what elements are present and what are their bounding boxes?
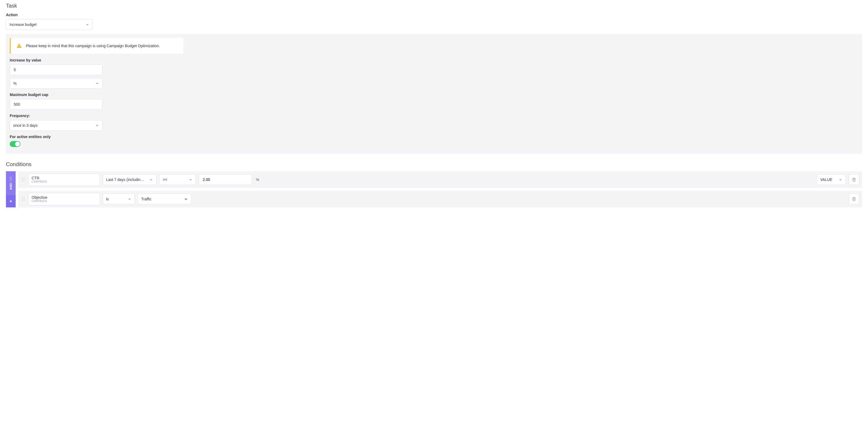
condition-row: Objective CAMPAIGN is Traffic — [18, 191, 862, 207]
trash-icon — [852, 177, 856, 182]
increase-unit-value: % — [13, 81, 17, 86]
metric-name: Objective — [32, 196, 96, 200]
operator-select[interactable]: >= — [159, 174, 196, 185]
chevron-down-icon — [184, 197, 188, 201]
svg-rect-0 — [19, 45, 20, 46]
increase-by-input[interactable] — [13, 67, 99, 72]
active-only-toggle[interactable] — [10, 141, 21, 147]
condition-row: CTR CAMPAIGN Last 7 days (includin… >= % — [18, 171, 862, 188]
chevron-down-icon — [128, 197, 131, 201]
task-heading: Task — [6, 3, 862, 9]
toggle-knob — [15, 142, 20, 146]
action-select[interactable]: Increase budget — [6, 19, 93, 30]
metric-select[interactable]: CTR CAMPAIGN — [28, 173, 100, 186]
task-config-panel: Please keep in mind that this campaign i… — [6, 34, 862, 154]
drag-handle[interactable] — [21, 197, 25, 201]
metric-name: CTR — [32, 176, 96, 180]
chevron-down-icon — [189, 178, 192, 181]
delete-condition-button[interactable] — [848, 174, 859, 185]
chevron-down-icon — [149, 178, 153, 181]
date-range-select[interactable]: Last 7 days (includin… — [102, 174, 157, 185]
cbo-warning-alert: Please keep in mind that this campaign i… — [10, 38, 184, 54]
add-condition-button[interactable]: + — [6, 195, 16, 207]
frequency-label: Frequency: — [10, 113, 102, 118]
delete-condition-button[interactable] — [848, 194, 859, 204]
increase-by-input-wrap[interactable] — [10, 64, 102, 75]
cap-label: Maximum budget cap — [10, 93, 102, 97]
drag-handle[interactable] — [21, 178, 25, 182]
value-type-select[interactable]: VALUE — [817, 174, 846, 185]
date-range-value: Last 7 days (includin… — [106, 177, 145, 182]
operator-select[interactable]: is — [102, 194, 135, 204]
value-unit: % — [255, 177, 260, 182]
metric-level: CAMPAIGN — [32, 180, 96, 183]
value-input[interactable] — [202, 177, 249, 182]
objective-value: Traffic — [141, 197, 151, 201]
active-only-label: For active entities only — [10, 135, 102, 139]
and-label: AND — [9, 183, 12, 190]
conditions-rail: AND / OR + — [6, 171, 16, 207]
chevron-down-icon — [86, 23, 89, 26]
or-label: OR — [9, 176, 12, 181]
frequency-select[interactable]: once in 3 days — [10, 120, 102, 131]
objective-select[interactable]: Traffic — [138, 194, 192, 204]
rail-separator: / — [9, 181, 12, 183]
action-label: Action — [6, 13, 862, 17]
chevron-down-icon — [839, 178, 842, 181]
value-input-wrap[interactable] — [199, 174, 252, 185]
increase-by-label: Increase by value — [10, 58, 102, 62]
frequency-value: once in 3 days — [13, 123, 37, 128]
action-select-value: Increase budget — [9, 22, 36, 27]
metric-level: CAMPAIGN — [32, 200, 96, 203]
metric-select[interactable]: Objective CAMPAIGN — [28, 193, 100, 205]
cap-input[interactable] — [13, 102, 99, 107]
cap-input-wrap[interactable] — [10, 99, 102, 110]
cbo-warning-text: Please keep in mind that this campaign i… — [26, 44, 160, 48]
svg-rect-1 — [19, 47, 20, 47]
chevron-down-icon — [95, 81, 99, 85]
and-or-toggle[interactable]: AND / OR — [6, 171, 16, 195]
warning-icon — [16, 43, 22, 49]
value-type-value: VALUE — [820, 177, 832, 182]
conditions-heading: Conditions — [6, 161, 862, 167]
operator-value: >= — [163, 177, 167, 182]
trash-icon — [852, 197, 856, 201]
chevron-down-icon — [95, 124, 99, 127]
operator-value: is — [106, 197, 109, 201]
increase-unit-select[interactable]: % — [10, 78, 102, 89]
